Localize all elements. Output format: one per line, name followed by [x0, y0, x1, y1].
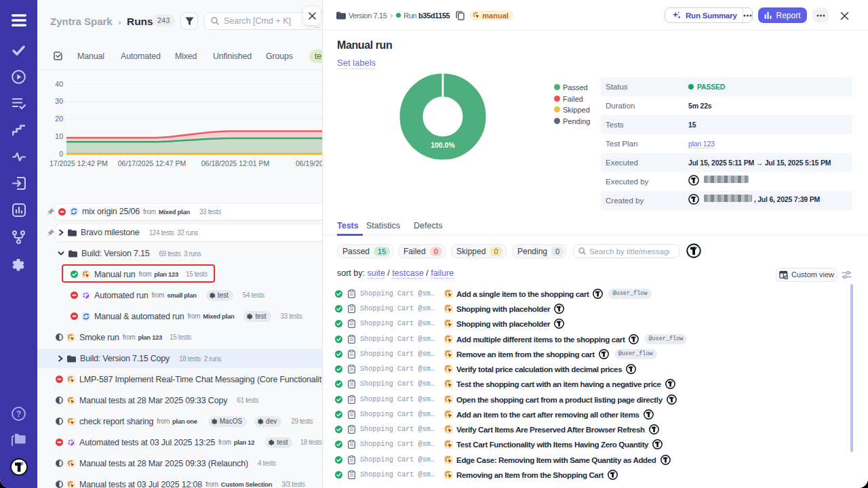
svg-text:100.0%: 100.0% [431, 141, 455, 149]
svg-text:?: ? [16, 409, 21, 419]
svg-text:20: 20 [55, 115, 63, 123]
svg-text:06/17/2025 12:47 PM: 06/17/2025 12:47 PM [118, 159, 186, 167]
svg-text:40: 40 [55, 80, 63, 88]
svg-text:30: 30 [55, 97, 63, 105]
svg-text:17/2025 12:42 PM: 17/2025 12:42 PM [50, 159, 108, 167]
svg-text:06/18/2025 12:01 PM: 06/18/2025 12:01 PM [201, 159, 269, 167]
svg-text:06/19/2025: 06/19/2025 [296, 159, 323, 167]
svg-text:0: 0 [59, 150, 63, 158]
svg-text:10: 10 [55, 132, 63, 140]
